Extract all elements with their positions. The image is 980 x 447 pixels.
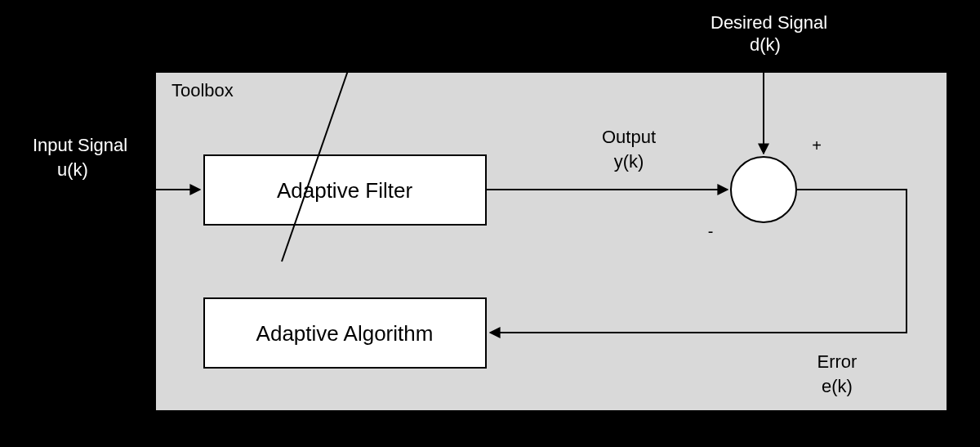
error-signal-name: Error — [817, 351, 858, 372]
adaptive-algorithm-label: Adaptive Algorithm — [256, 321, 434, 346]
output-signal-symbol: y(k) — [614, 151, 644, 172]
toolbox-title: Toolbox — [172, 80, 234, 101]
desired-signal-symbol: d(k) — [750, 34, 781, 55]
output-signal-name: Output — [602, 127, 656, 147]
sum-plus-label: + — [812, 136, 822, 154]
desired-signal-name: Desired Signal — [710, 12, 827, 33]
summing-junction — [731, 157, 796, 222]
adaptive-filter-label: Adaptive Filter — [277, 178, 413, 203]
sum-minus-label: - — [708, 222, 714, 240]
error-signal-symbol: e(k) — [822, 376, 853, 396]
input-signal-symbol: u(k) — [57, 159, 88, 180]
input-signal-name: Input Signal — [33, 135, 127, 155]
